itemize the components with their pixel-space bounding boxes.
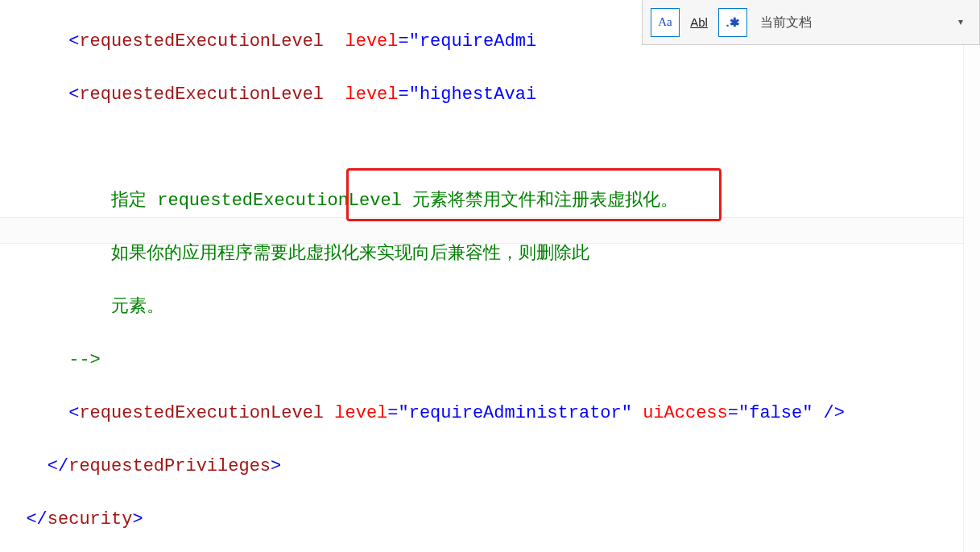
- chevron-down-icon: ▾: [958, 9, 963, 35]
- match-case-button[interactable]: Aa: [651, 8, 680, 37]
- scrollbar-area[interactable]: [963, 45, 980, 552]
- match-whole-word-button[interactable]: Abl: [684, 8, 713, 37]
- code-line: </security>: [5, 506, 980, 533]
- code-line: <requestedExecutionLevel level="highestA…: [5, 81, 980, 108]
- regex-icon: .✱: [726, 9, 739, 35]
- code-line: <requestedExecutionLevel level="requireA…: [5, 400, 980, 426]
- find-options-toolbar: Aa Abl .✱ 当前文档 ▾: [642, 0, 980, 45]
- code-line: 如果你的应用程序需要此虚拟化来实现向后兼容性，则删除此: [5, 241, 980, 267]
- code-line: [5, 134, 980, 161]
- search-scope-select[interactable]: 当前文档 ▾: [752, 9, 971, 36]
- code-line: 指定 requestedExecutionLevel 元素将禁用文件和注册表虚拟…: [5, 187, 980, 214]
- code-line: -->: [5, 347, 980, 373]
- match-case-icon: Aa: [658, 9, 672, 35]
- use-regex-button[interactable]: .✱: [718, 8, 747, 37]
- whole-word-icon: Abl: [690, 9, 708, 35]
- search-scope-label: 当前文档: [760, 9, 812, 35]
- code-editor[interactable]: <requestedExecutionLevel level="requireA…: [0, 0, 980, 552]
- code-line: 元素。: [5, 294, 980, 320]
- code-line: </requestedPrivileges>: [5, 453, 980, 480]
